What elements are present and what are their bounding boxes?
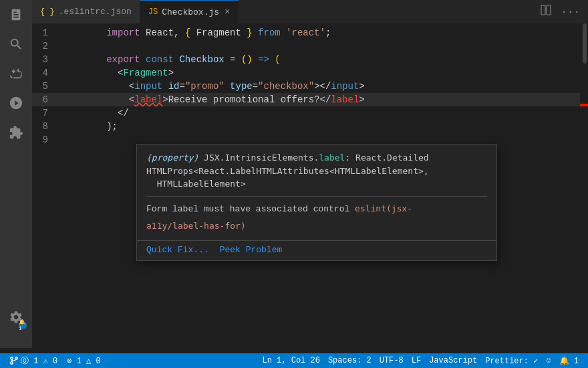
activity-bar: 🔔 1 bbox=[0, 0, 32, 348]
more-actions-button[interactable]: ··· bbox=[558, 5, 583, 19]
svg-point-3 bbox=[11, 362, 13, 365]
git-status: ⓪ 1 ⚠ 0 bbox=[21, 355, 57, 367]
tab-eslintrc-label: .eslintrc.json bbox=[59, 7, 132, 17]
code-container: 1 import React, { Fragment } from 'react… bbox=[32, 23, 580, 147]
json-icon: { } bbox=[40, 7, 55, 17]
notification-count: 🔔 1 bbox=[559, 356, 579, 366]
tooltip-line2: HTMLProps<React.LabelHTMLAttributes<HTML… bbox=[146, 165, 487, 178]
status-bar: ⓪ 1 ⚠ 0 ⊗ 1 △ 0 Ln 1, Col 26 Spaces: 2 U… bbox=[0, 353, 588, 368]
error-count: ⊗ 1 △ 0 bbox=[67, 356, 100, 366]
status-right: Ln 1, Col 26 Spaces: 2 UTF-8 LF JavaScri… bbox=[258, 353, 583, 368]
svg-rect-1 bbox=[547, 5, 551, 15]
extensions-icon[interactable] bbox=[7, 123, 25, 142]
spaces-label: Spaces: 2 bbox=[328, 356, 372, 365]
scrollbar-error-marker bbox=[580, 104, 588, 106]
split-editor-button[interactable] bbox=[538, 3, 554, 20]
peek-problem-button[interactable]: Peek Problem bbox=[220, 245, 283, 255]
status-notifications[interactable]: 🔔 1 bbox=[555, 353, 583, 368]
tooltip-error-msg: Form label must have associated control … bbox=[146, 202, 487, 216]
formatter-label: Prettier: ✓ bbox=[485, 356, 538, 366]
status-branch[interactable]: ⓪ 1 ⚠ 0 bbox=[5, 353, 61, 368]
quick-fix-button[interactable]: Quick Fix... bbox=[146, 245, 209, 255]
tooltip-popup: (property) JSX.IntrinsicElements.label: … bbox=[136, 144, 497, 261]
tooltip-error-code: a11y/label-has-for) bbox=[146, 219, 487, 234]
status-encoding[interactable]: UTF-8 bbox=[376, 353, 408, 368]
status-position[interactable]: Ln 1, Col 26 bbox=[258, 353, 323, 368]
emoji-icon: ☺ bbox=[546, 356, 551, 365]
status-left: ⓪ 1 ⚠ 0 ⊗ 1 △ 0 bbox=[5, 353, 105, 368]
files-icon[interactable] bbox=[7, 5, 25, 24]
cursor-position: Ln 1, Col 26 bbox=[262, 356, 319, 365]
code-line-8: 8 ); bbox=[32, 120, 580, 133]
tab-bar: { } .eslintrc.json JS Checkbox.js × ··· bbox=[32, 0, 588, 23]
settings-badge: 🔔 1 bbox=[19, 321, 27, 329]
svg-rect-0 bbox=[541, 5, 545, 15]
code-line-1: 1 import React, { Fragment } from 'react… bbox=[32, 26, 580, 39]
status-errors[interactable]: ⊗ 1 △ 0 bbox=[63, 353, 104, 368]
activity-bar-bottom: 🔔 1 bbox=[0, 308, 32, 327]
encoding-label: UTF-8 bbox=[380, 356, 404, 365]
tooltip-line1: (property) JSX.IntrinsicElements.label: … bbox=[146, 151, 487, 165]
js-icon: JS bbox=[148, 7, 158, 17]
debug-icon[interactable] bbox=[7, 94, 25, 112]
tab-close-button[interactable]: × bbox=[225, 7, 230, 17]
svg-point-2 bbox=[11, 357, 13, 360]
tab-eslintrc[interactable]: { } .eslintrc.json bbox=[32, 0, 140, 23]
settings-icon[interactable]: 🔔 1 bbox=[7, 308, 25, 327]
language-label: JavaScript bbox=[429, 356, 477, 365]
tooltip-line3: HTMLLabelElement> bbox=[146, 177, 487, 191]
status-language[interactable]: JavaScript bbox=[425, 353, 481, 368]
status-emoji[interactable]: ☺ bbox=[542, 353, 555, 368]
source-control-icon[interactable] bbox=[7, 64, 25, 83]
search-icon[interactable] bbox=[7, 35, 25, 54]
tooltip-actions: Quick Fix... Peek Problem bbox=[137, 240, 496, 260]
status-formatter[interactable]: Prettier: ✓ bbox=[481, 353, 542, 368]
scrollbar[interactable] bbox=[580, 23, 588, 353]
tab-bar-actions: ··· bbox=[538, 0, 588, 23]
eol-label: LF bbox=[412, 356, 421, 365]
status-spaces[interactable]: Spaces: 2 bbox=[324, 353, 376, 368]
status-eol[interactable]: LF bbox=[408, 353, 425, 368]
editor-area[interactable]: 1 import React, { Fragment } from 'react… bbox=[32, 23, 580, 353]
scrollbar-thumb[interactable] bbox=[583, 23, 587, 64]
tab-checkbox-label: Checkbox.js bbox=[162, 7, 219, 17]
tab-checkbox[interactable]: JS Checkbox.js × bbox=[140, 0, 239, 23]
tooltip-divider bbox=[146, 196, 487, 197]
